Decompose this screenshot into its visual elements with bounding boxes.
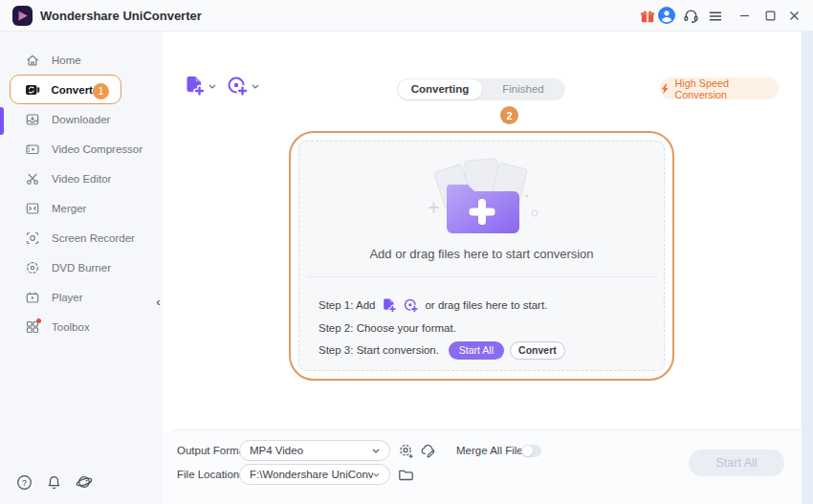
gift-promo-icon[interactable] bbox=[639, 8, 655, 24]
step-2-text: Step 2: Choose your format. bbox=[319, 322, 456, 334]
sidebar: Home Converter Downloader bbox=[0, 32, 163, 504]
window-edge-strip bbox=[802, 32, 813, 504]
svg-text:?: ? bbox=[22, 477, 27, 487]
high-speed-label: High Speed Conversion bbox=[674, 77, 779, 100]
open-folder-icon[interactable] bbox=[397, 466, 414, 483]
sidebar-item-label: Video Editor bbox=[52, 173, 111, 185]
player-icon bbox=[25, 290, 40, 305]
merge-all-files-label: Merge All Files: bbox=[456, 445, 532, 456]
tab-converting[interactable]: Converting bbox=[398, 79, 482, 99]
close-icon[interactable] bbox=[786, 8, 802, 24]
dropzone[interactable]: Add or drag files here to start conversi… bbox=[298, 141, 665, 371]
screen-recorder-icon bbox=[25, 230, 40, 246]
step-1-suffix: or drag files here to start. bbox=[425, 299, 547, 311]
add-dvd-icon bbox=[403, 297, 419, 314]
conversion-settings-icon[interactable] bbox=[397, 442, 414, 459]
sidebar-item-dvd-burner[interactable]: DVD Burner bbox=[0, 252, 163, 282]
sidebar-item-label: DVD Burner bbox=[52, 262, 111, 274]
app-title: Wondershare UniConverter bbox=[40, 0, 202, 32]
active-item-accent-bar bbox=[0, 107, 4, 135]
sidebar-item-label: Home bbox=[52, 55, 81, 66]
maximize-icon[interactable] bbox=[762, 8, 779, 24]
minimize-icon[interactable] bbox=[736, 8, 753, 24]
titlebar: Wondershare UniConverter bbox=[0, 0, 813, 32]
video-editor-icon bbox=[25, 171, 40, 186]
sidebar-item-video-compressor[interactable]: Video Compressor bbox=[0, 134, 163, 164]
sidebar-item-screen-recorder[interactable]: Screen Recorder bbox=[0, 223, 163, 252]
divider bbox=[307, 276, 656, 277]
file-location-label: File Location: bbox=[177, 469, 242, 480]
add-dvd-icon bbox=[226, 75, 249, 98]
app-window: Wondershare UniConverter bbox=[0, 0, 813, 504]
user-account-icon[interactable] bbox=[658, 7, 675, 24]
start-all-hint-button[interactable]: Start All bbox=[449, 341, 504, 360]
menu-icon[interactable] bbox=[707, 8, 723, 24]
sidebar-item-label: Screen Recorder bbox=[52, 232, 135, 244]
output-format-value: MP4 Video bbox=[250, 445, 303, 456]
step-3-row: Step 3: Start conversion. Start All Conv… bbox=[319, 340, 565, 360]
tab-finished[interactable]: Finished bbox=[481, 78, 565, 100]
chevron-down-icon bbox=[372, 449, 380, 453]
add-dvd-button[interactable] bbox=[226, 75, 259, 98]
merge-all-files-toggle[interactable] bbox=[521, 445, 541, 457]
chevron-down-icon bbox=[373, 472, 380, 477]
sidebar-item-label: Player bbox=[52, 292, 83, 303]
sidebar-item-player[interactable]: Player bbox=[0, 282, 163, 312]
sidebar-item-label: Toolbox bbox=[52, 321, 90, 333]
add-file-icon bbox=[381, 297, 397, 314]
sidebar-item-home[interactable]: Home bbox=[0, 45, 163, 75]
step-3-text: Step 3: Start conversion. bbox=[319, 344, 439, 356]
footer-bar: Output Format: MP4 Video Merge All Files… bbox=[163, 430, 802, 504]
chevron-down-icon bbox=[209, 84, 216, 89]
add-file-icon bbox=[183, 75, 206, 98]
folder-illustration bbox=[299, 154, 664, 249]
sidebar-item-video-editor[interactable]: Video Editor bbox=[0, 164, 163, 193]
notifications-bell-icon[interactable] bbox=[46, 474, 62, 494]
home-icon bbox=[25, 53, 40, 68]
video-compressor-icon bbox=[25, 142, 40, 157]
downloader-icon bbox=[25, 112, 40, 127]
sidebar-item-downloader[interactable]: Downloader bbox=[0, 104, 163, 134]
file-location-value: F:\Wondershare UniConverter bbox=[250, 469, 373, 480]
dvd-burner-icon bbox=[25, 260, 40, 275]
chevron-down-icon bbox=[252, 84, 259, 89]
sidebar-footer: ? bbox=[0, 473, 163, 494]
app-logo-icon bbox=[12, 6, 33, 26]
high-speed-conversion-button[interactable]: High Speed Conversion bbox=[660, 77, 779, 99]
add-files-button[interactable] bbox=[183, 75, 216, 98]
start-all-button[interactable]: Start All bbox=[689, 449, 784, 476]
cloud-edit-icon[interactable] bbox=[420, 442, 437, 459]
merger-icon bbox=[25, 201, 40, 216]
sidebar-item-label: Video Compressor bbox=[52, 143, 143, 155]
toggle-knob bbox=[522, 446, 533, 456]
sidebar-item-toolbox[interactable]: Toolbox bbox=[0, 312, 163, 341]
step-2-row: Step 2: Choose your format. bbox=[319, 318, 456, 338]
step-1-prefix: Step 1: Add bbox=[319, 299, 375, 311]
convert-hint-button[interactable]: Convert bbox=[510, 341, 565, 360]
sidebar-item-merger[interactable]: Merger bbox=[0, 193, 163, 223]
converter-icon bbox=[25, 82, 40, 98]
queue-tabs: Converting Finished bbox=[397, 78, 565, 100]
dropzone-prompt: Add or drag files here to start conversi… bbox=[299, 247, 664, 261]
support-headset-icon[interactable] bbox=[683, 8, 699, 24]
file-location-select[interactable]: F:\Wondershare UniConverter bbox=[239, 464, 390, 485]
toolbox-new-dot bbox=[36, 318, 41, 323]
feedback-icon[interactable] bbox=[76, 473, 93, 494]
step-badge: 2 bbox=[500, 106, 518, 124]
help-icon[interactable]: ? bbox=[16, 474, 33, 494]
output-format-select[interactable]: MP4 Video bbox=[239, 440, 390, 461]
lightning-bolt-icon bbox=[660, 83, 670, 95]
sidebar-item-label: Downloader bbox=[52, 114, 110, 125]
home-badge: 1 bbox=[93, 83, 109, 99]
step-1-row: Step 1: Add or d bbox=[319, 295, 547, 316]
sidebar-item-label: Merger bbox=[52, 203, 86, 214]
